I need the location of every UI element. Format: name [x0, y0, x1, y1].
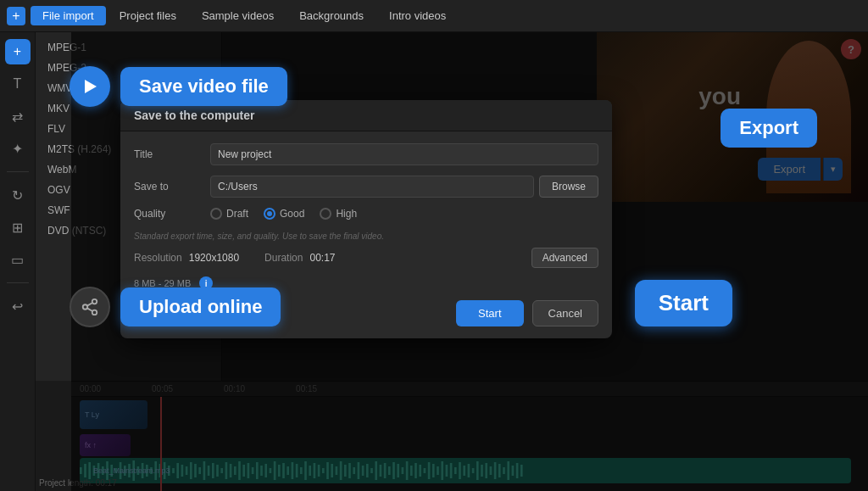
svg-point-103	[83, 304, 88, 310]
quality-high[interactable]: High	[320, 208, 357, 220]
quality-options: Draft Good High	[210, 208, 357, 220]
play-icon	[80, 76, 100, 97]
share-icon	[81, 298, 99, 316]
top-bar-tabs: File import Project files Sample videos …	[31, 6, 458, 25]
top-bar: + File import Project files Sample video…	[0, 0, 868, 32]
export-callout: Export	[721, 109, 817, 148]
resolution-duration-row: Resolution 1920x1080 Duration 00:17 Adva…	[134, 248, 598, 268]
radio-good	[264, 208, 275, 220]
title-row: Title	[134, 143, 598, 165]
quality-hint: Standard export time, size, and quality.…	[134, 230, 598, 248]
saveto-select[interactable]: C:/Users	[210, 176, 534, 198]
sidebar-icon-undo[interactable]: ↩	[5, 293, 31, 319]
cancel-button[interactable]: Cancel	[532, 300, 598, 326]
sidebar-divider	[7, 171, 29, 172]
add-button[interactable]: +	[7, 7, 25, 25]
svg-point-102	[92, 299, 97, 304]
advanced-button[interactable]: Advanced	[531, 248, 598, 268]
duration-label: Duration	[264, 252, 303, 264]
start-button[interactable]: Start	[456, 300, 523, 326]
sidebar-icon-effects[interactable]: ✦	[5, 136, 31, 161]
title-label: Title	[134, 148, 202, 160]
quality-label: Quality	[134, 208, 202, 220]
upload-online-label: Upload online	[120, 287, 281, 326]
sidebar-icon-monitor[interactable]: ▭	[5, 247, 31, 272]
resolution-label: Resolution	[134, 252, 182, 264]
resolution-pair: Resolution 1920x1080	[134, 252, 239, 264]
tab-sample-videos[interactable]: Sample videos	[190, 6, 286, 25]
duration-pair: Duration 00:17	[264, 252, 335, 264]
svg-marker-101	[85, 80, 97, 93]
saveto-row: Save to C:/Users Browse	[134, 176, 598, 198]
sidebar-divider-2	[7, 282, 29, 283]
save-video-label: Save video file	[120, 67, 287, 106]
svg-point-104	[92, 310, 97, 315]
saveto-label: Save to	[134, 181, 202, 192]
left-sidebar: + T ⇄ ✦ ↻ ⊞ ▭ ↩	[0, 32, 36, 491]
sidebar-icon-import[interactable]: +	[5, 39, 31, 64]
quality-row: Quality Draft Good	[134, 208, 598, 220]
upload-online-callout: Upload online	[70, 287, 281, 327]
quality-good[interactable]: Good	[264, 208, 304, 220]
save-video-callout: Save video file	[70, 66, 287, 107]
browse-button[interactable]: Browse	[539, 176, 598, 198]
radio-draft	[210, 208, 222, 220]
sidebar-icon-text[interactable]: T	[5, 71, 31, 97]
tab-file-import[interactable]: File import	[31, 6, 106, 25]
start-label: Start	[635, 280, 732, 326]
save-video-icon[interactable]	[70, 66, 110, 107]
svg-line-106	[87, 303, 92, 306]
radio-good-inner	[267, 211, 272, 216]
tab-project-files[interactable]: Project files	[108, 6, 188, 25]
upload-online-icon[interactable]	[70, 287, 110, 327]
title-input[interactable]	[210, 143, 598, 165]
svg-line-105	[87, 308, 92, 311]
start-callout: Start	[635, 280, 732, 326]
sidebar-icon-transitions[interactable]: ⇄	[5, 103, 31, 129]
tab-intro-videos[interactable]: Intro videos	[377, 6, 458, 25]
resolution-value: 1920x1080	[189, 252, 239, 264]
sidebar-icon-rotate[interactable]: ↻	[5, 182, 31, 208]
quality-draft[interactable]: Draft	[210, 208, 248, 220]
radio-high	[320, 208, 331, 220]
saveto-select-row: C:/Users Browse	[210, 176, 598, 198]
tab-backgrounds[interactable]: Backgrounds	[287, 6, 376, 25]
sidebar-icon-grid[interactable]: ⊞	[5, 215, 31, 240]
duration-value: 00:17	[309, 252, 335, 264]
